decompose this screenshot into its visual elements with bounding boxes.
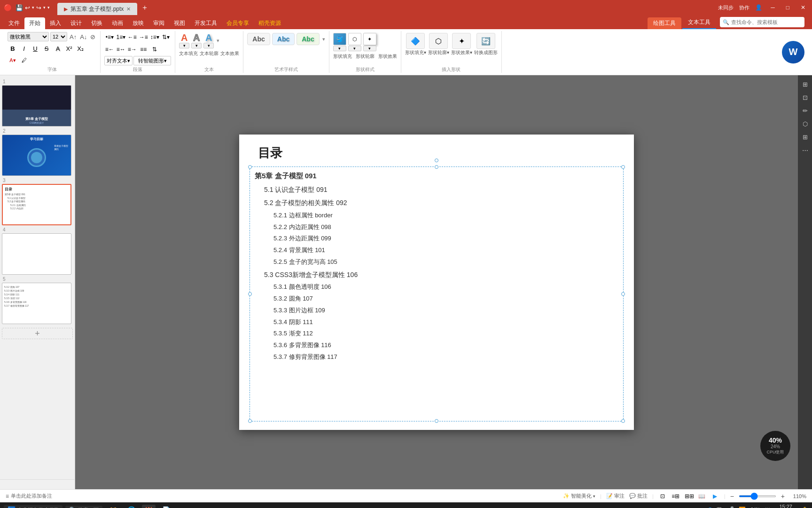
handle-tl[interactable] [248,165,252,169]
handle-ml[interactable] [248,292,252,296]
subscript-button[interactable]: X₂ [75,43,86,54]
lang-indicator[interactable]: 英 [717,506,722,508]
redo-icon[interactable]: ↪ [36,4,41,11]
font-name-select[interactable]: 微软雅黑 [8,32,49,41]
superscript-button[interactable]: X² [64,43,74,54]
shadow-button[interactable]: A [53,43,63,54]
file-tab[interactable]: ▶ 第五章 盒子模型.pptx ✕ [57,3,137,15]
shape-fill-group-btn[interactable]: 🔷 [406,33,425,49]
slide-thumb-5[interactable]: 5 5.3.2 圆角 107 5.3.3 图片边框 109 5.3.4 阴影 1… [2,277,73,324]
convert-shape-btn[interactable]: 🔄 [476,33,495,49]
notes-area-hint[interactable]: ≡ 单击此处添加备注 [6,492,52,500]
numbering-button[interactable]: 1≡▾ [116,32,126,42]
undo-dropdown-icon[interactable]: ▾ [32,5,34,10]
smartart-button[interactable]: 转智能图形▾ [133,56,171,65]
highlight-button[interactable]: 🖊 [19,55,29,65]
shape-effect-group-btn[interactable]: ✦ [452,33,471,49]
font-size-select[interactable]: 12 [50,32,67,41]
rt-btn-shape[interactable]: ⬡ [800,119,810,129]
slide-thumb-2[interactable]: 2 学习目标 掌握盒子模型属性 [2,128,73,176]
view-outline-btn[interactable]: ≡⊞ [671,492,680,500]
search-input[interactable] [731,19,797,25]
tab-drawing-tools[interactable]: 绘图工具 [648,17,681,29]
strikethrough-button[interactable]: S [41,43,52,54]
taskbar-item-wps[interactable]: W [142,505,156,508]
bold-button[interactable]: B [8,43,18,54]
shape-effect-dropdown[interactable]: ▾ [363,46,376,51]
line-spacing-button[interactable]: ↕≡▾ [149,32,160,42]
undo-icon[interactable]: ↩ [25,4,30,11]
taskbar-item-files[interactable]: 📁 [105,505,121,508]
tab-member[interactable]: 会员专享 [222,17,254,29]
handle-bm[interactable] [435,419,438,423]
mic-icon[interactable]: 🎤 [726,506,734,508]
tab-resources[interactable]: 稻壳资源 [254,17,286,29]
handle-mr[interactable] [621,292,625,296]
tab-developer[interactable]: 开发工具 [190,17,222,29]
redo-dropdown-icon[interactable]: ▾ [43,5,46,10]
taskbar-search[interactable]: 🔍 搜索一下 [65,506,102,508]
view-reading-btn[interactable]: 📖 [698,492,706,500]
text-direction-button[interactable]: ⇅ [149,44,160,55]
tab-design[interactable]: 设计 [66,17,86,29]
shape-outline-group-btn[interactable]: ⬡ [429,33,448,49]
tab-transition[interactable]: 切换 [86,17,107,29]
zoom-in-btn[interactable]: + [781,492,785,500]
decrease-indent-button[interactable]: ←≡ [127,32,137,42]
slide-thumb-4[interactable]: 4 [2,227,73,275]
tab-view[interactable]: 视图 [169,17,190,29]
align-left-button[interactable]: ≡← [104,44,115,55]
tab-animation[interactable]: 动画 [107,17,128,29]
tab-slideshow[interactable]: 放映 [128,17,148,29]
tab-review[interactable]: 审阅 [148,17,169,29]
close-btn[interactable]: ✕ [798,4,808,11]
not-synced-label[interactable]: 未同步 [718,4,734,11]
start-area[interactable]: 🟦 东北枢电供稿项目 [4,505,62,508]
wordart-expand-icon[interactable]: ▾ [322,36,325,42]
align-right-button[interactable]: ≡→ [127,44,137,55]
text-fill-dropdown[interactable]: ▾ [179,43,189,48]
zoom-out-btn[interactable]: − [730,492,734,500]
collaborate-label[interactable]: 协作 [739,4,750,11]
bullets-button[interactable]: •≡▾ [104,32,115,42]
view-normal-btn[interactable]: ⊡ [658,492,667,500]
align-text-button[interactable]: 对齐文本▾ [104,56,133,65]
sougou-icon[interactable]: S [708,506,712,508]
font-size-increase-icon[interactable]: A↑ [69,33,78,40]
maximize-btn[interactable]: □ [783,4,792,11]
handle-tm[interactable] [435,165,438,169]
minimize-btn[interactable]: ─ [768,4,778,11]
handle-br[interactable] [621,419,625,423]
markup-btn[interactable]: 💬 批注 [629,492,648,500]
wordart-style1[interactable]: Abc [247,33,270,45]
save-icon[interactable]: 💾 [16,4,23,11]
rt-btn-selection[interactable]: ⊡ [800,92,810,103]
comments-btn[interactable]: 📝 审注 [606,492,625,500]
new-tab-btn[interactable]: ＋ [137,3,152,13]
align-center-button[interactable]: ≡↔ [116,44,126,55]
textbox-selection[interactable]: 第5章 盒子模型 091 5.1 认识盒子模型 091 5.2 盒子模型的相关属… [250,167,624,421]
smart-btn[interactable]: ✨ 智能美化 ▾ [563,492,595,500]
view-slide-sorter-btn[interactable]: ⊞⊞ [685,492,693,500]
underline-button[interactable]: U [30,43,40,54]
tab-text-tools[interactable]: 文本工具 [682,16,716,29]
handle-bl[interactable] [248,419,252,423]
italic-button[interactable]: I [19,43,29,54]
taskbar-item-browser[interactable]: 🌐 [124,505,139,508]
justify-button[interactable]: ≡≡ [138,44,148,55]
taskbar-item-notes[interactable]: 📄 [158,505,174,508]
rt-btn-copy[interactable]: ⊞ [800,132,810,142]
tab-insert[interactable]: 插入 [45,17,66,29]
font-size-decrease-icon[interactable]: A↓ [79,33,88,40]
search-box[interactable]: 🔍 [720,17,804,27]
wordart-style2[interactable]: Abc [272,33,295,45]
shape-fill-dropdown[interactable]: ▾ [333,46,346,51]
smart-dropdown[interactable]: ▾ [593,494,595,499]
share-icon[interactable]: 👤 [755,4,762,11]
sort-button[interactable]: ⇅▾ [161,32,171,42]
slide-thumb-3[interactable]: 3 目录 第5章 盒子模型 091 5.1 认识盒子模型 5.2 盒子模型属性 … [2,178,73,225]
shape-outline-dropdown[interactable]: ▾ [348,46,361,51]
rt-btn-pen[interactable]: ✏ [800,105,810,116]
text-effect-dropdown[interactable]: ▾ [203,43,214,48]
customize-qa-icon[interactable]: ▾ [47,5,50,10]
